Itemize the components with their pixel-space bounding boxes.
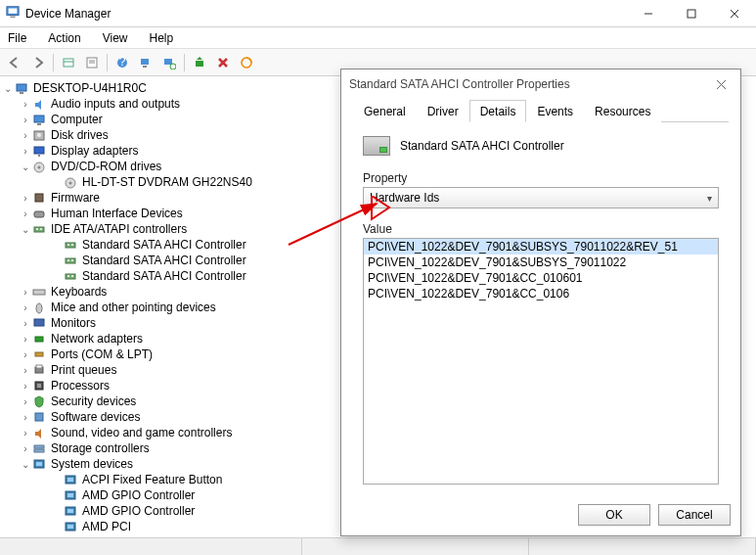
titlebar: Device Manager [0,0,756,27]
svg-rect-34 [35,194,43,202]
scan-devices-button[interactable] [135,52,156,73]
svg-rect-51 [35,337,43,342]
menu-file[interactable]: File [4,29,30,47]
svg-rect-18 [196,61,203,67]
display-icon [31,143,47,159]
svg-rect-22 [17,84,26,91]
nav-forward-button[interactable] [27,52,49,73]
ok-button[interactable]: OK [578,504,650,526]
properties-button[interactable] [81,52,103,73]
system-icon [63,503,78,519]
dialog-close-button[interactable] [709,72,733,96]
svg-point-49 [36,303,42,313]
svg-point-33 [69,182,72,185]
scan-hardware-button[interactable] [158,52,180,73]
svg-rect-65 [67,493,73,497]
monitor-icon [31,315,47,331]
svg-text:?: ? [119,56,126,69]
ide-icon [63,237,78,253]
menu-view[interactable]: View [99,29,132,47]
dialog-tabs: GeneralDriverDetailsEventsResources [353,99,729,122]
svg-rect-23 [20,92,23,94]
svg-point-46 [67,275,69,277]
nav-back-button[interactable] [4,52,25,73]
show-hidden-button[interactable] [58,52,79,73]
property-combobox[interactable]: Hardware Ids ▾ [363,187,719,208]
tab-general[interactable]: General [353,100,417,122]
svg-rect-69 [67,525,73,529]
sound-icon [31,425,47,440]
system-icon [63,487,78,503]
ide-icon [63,253,78,268]
statusbar [0,537,756,555]
svg-point-27 [37,133,41,137]
svg-rect-16 [164,59,172,65]
svg-point-41 [71,244,73,246]
svg-rect-4 [688,10,695,18]
svg-point-43 [67,259,69,261]
svg-rect-39 [66,243,75,248]
tab-driver[interactable]: Driver [417,100,469,122]
device-icon [363,136,390,156]
chevron-down-icon: ▾ [707,193,712,204]
close-button[interactable] [713,0,756,27]
audio-icon [31,96,47,112]
value-listbox[interactable]: PCI\VEN_1022&DEV_7901&SUBSYS_79011022&RE… [363,238,719,485]
svg-rect-61 [36,462,42,466]
menubar: File Action View Help [0,27,756,49]
svg-rect-67 [67,509,73,513]
svg-point-31 [38,166,41,169]
svg-rect-52 [35,352,43,356]
help-button[interactable]: ? [111,52,133,73]
dvd-icon [63,174,78,190]
hid-icon [31,206,47,221]
svg-rect-57 [35,413,43,421]
soft-icon [31,409,47,425]
property-label: Property [363,171,729,185]
port-icon [31,347,47,362]
menu-action[interactable]: Action [44,29,84,47]
device-name: Standard SATA AHCI Controller [400,139,564,153]
svg-rect-24 [34,116,44,122]
svg-point-44 [71,259,73,261]
tab-resources[interactable]: Resources [584,100,661,122]
svg-rect-28 [34,147,44,154]
computer-icon [14,80,29,96]
value-label: Value [363,222,729,236]
svg-rect-48 [33,290,45,295]
dvd-icon [31,159,47,174]
svg-rect-54 [36,365,42,368]
value-item[interactable]: PCI\VEN_1022&DEV_7901&SUBSYS_79011022&RE… [364,239,718,254]
menu-help[interactable]: Help [146,29,178,47]
disk-icon [31,127,47,143]
svg-rect-35 [34,211,44,217]
value-item[interactable]: PCI\VEN_1022&DEV_7901&CC_0106 [364,286,718,301]
svg-rect-29 [38,155,40,157]
tab-details[interactable]: Details [469,100,527,122]
sec-icon [31,393,47,409]
cancel-button[interactable]: Cancel [658,504,731,526]
value-item[interactable]: PCI\VEN_1022&DEV_7901&CC_010601 [364,270,718,286]
svg-rect-7 [64,59,73,67]
update-driver-button[interactable] [189,52,210,73]
minimize-button[interactable] [627,0,670,27]
firmware-icon [31,190,47,206]
svg-rect-45 [66,274,75,279]
svg-rect-2 [10,16,15,18]
svg-rect-25 [37,123,41,125]
net-icon [31,331,47,347]
tab-events[interactable]: Events [526,100,584,122]
svg-point-38 [40,228,42,230]
cpu-icon [31,378,47,393]
svg-point-40 [67,244,69,246]
uninstall-button[interactable] [212,52,234,73]
maximize-button[interactable] [670,0,713,27]
system-icon [31,456,47,472]
disable-button[interactable] [236,52,257,73]
ide-icon [31,221,47,237]
svg-rect-15 [143,66,147,68]
value-item[interactable]: PCI\VEN_1022&DEV_7901&SUBSYS_79011022 [364,254,718,270]
system-icon [63,519,78,534]
svg-rect-50 [34,319,44,326]
properties-dialog: Standard SATA AHCI Controller Properties… [340,69,741,536]
